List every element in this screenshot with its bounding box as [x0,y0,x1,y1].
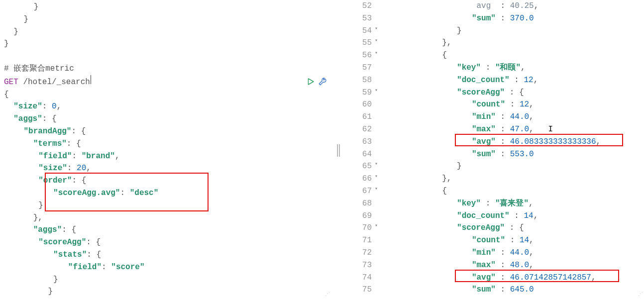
response-line: "count" : 14, [383,234,601,247]
line-number: 74 [346,272,372,284]
resize-handle-icon: ⋰ [325,291,330,299]
pane-divider[interactable] [331,0,346,299]
line-number: 61 [346,111,372,123]
line-number: 66 [346,173,372,185]
line-number: 52 [346,0,372,12]
comment-line: # 嵌套聚合metric [4,63,331,75]
line-number: 62 [346,123,372,136]
line-number: 72 [346,247,372,259]
run-icon[interactable] [306,77,315,86]
line-number: 68 [346,198,372,210]
response-line: "sum" : 645.0 [383,284,601,296]
line-number: 75 [346,284,372,296]
line-number: 56 [346,49,372,62]
line-number: 64 [346,148,372,161]
response-line: "min" : 44.0, [383,111,601,123]
line-number-gutter: 5253545556575859606162636465666768697071… [346,0,376,299]
response-line: "avg" : 46.07142857142857, [383,272,601,284]
request-line[interactable]: GET /hotel/_search [4,75,331,89]
response-line: "scoreAgg" : { [383,222,601,234]
response-line: "key" : "和颐", [383,62,601,74]
response-line: "max" : 48.0, [383,259,601,272]
response-line: } [383,160,601,173]
response-line: "avg" : 46.083333333333336, [383,136,601,148]
response-line: "max" : 47.0, I [383,123,601,136]
line-number: 70 [346,222,372,234]
line-number: 57 [346,62,372,74]
line-number: 63 [346,136,372,148]
response-code-area: avg : 40.25, "sum" : 370.0 } }, { "key" … [376,0,601,299]
response-line: "count" : 12, [383,99,601,111]
line-number: 60 [346,99,372,111]
wrench-icon[interactable] [318,77,327,86]
response-line: "key" : "喜来登", [383,198,601,210]
response-viewer[interactable]: 5253545556575859606162636465666768697071… [346,0,644,299]
response-line: }, [383,37,601,49]
response-line: "doc_count" : 14, [383,210,601,222]
response-line: avg : 40.25, [383,0,601,12]
response-line: "doc_count" : 12, [383,74,601,87]
line-number: 65 [346,160,372,173]
response-line: "min" : 44.0, [383,247,601,259]
response-line: } [383,25,601,37]
line-number: 69 [346,210,372,222]
line-number: 67 [346,185,372,198]
response-line: "sum" : 370.0 [383,12,601,25]
line-number: 71 [346,234,372,247]
response-line: { [383,185,601,198]
line-number: 59 [346,87,372,99]
resize-handle-icon: ⋰ [638,291,643,299]
response-line: { [383,49,601,62]
line-number: 58 [346,74,372,87]
response-line: }, [383,173,601,185]
editor-actions [306,77,327,86]
response-line: "scoreAgg" : { [383,87,601,99]
line-number: 54 [346,25,372,37]
line-number: 55 [346,37,372,49]
line-number: 53 [346,12,372,25]
line-number: 73 [346,259,372,272]
response-line: "sum" : 553.0 [383,148,601,161]
request-editor[interactable]: } } } } # 嵌套聚合metric GET /hotel/_search … [0,0,331,299]
